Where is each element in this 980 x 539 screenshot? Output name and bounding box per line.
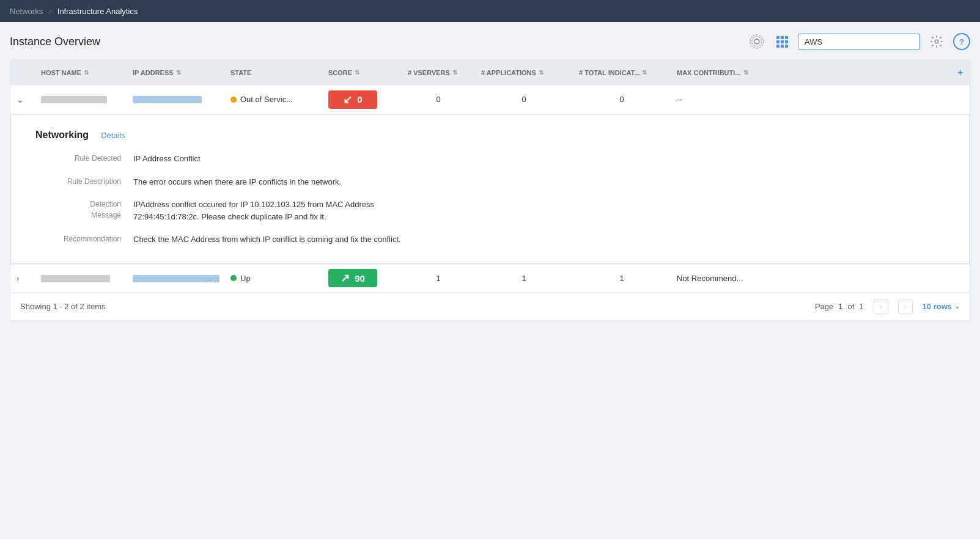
sort-apps-icon[interactable]: ⇅ [539,69,543,76]
pagination-total-pages: 1 [859,302,863,311]
table-row: ⌄ ██████████ ████ ██████ Out of Servic..… [10,85,970,114]
table-header: HOST NAME ⇅ IP ADDRESS ⇅ STATE SCORE ⇅ #… [10,61,970,85]
pagination-page-label: Page [815,302,833,311]
row2-max-contrib: Not Recommend... [671,274,970,283]
page-container: Instance Overview [0,22,980,539]
row1-expand-btn[interactable]: ⌄ [10,95,35,105]
breadcrumb-current: Infrastructure Analytics [57,7,138,16]
settings-icon-button[interactable] [927,32,946,51]
th-add-column[interactable]: + [951,67,970,78]
sort-hostname-icon[interactable]: ⇅ [84,69,89,76]
row1-max-contrib: -- [671,95,970,104]
field-label-detection-message: Detection Message [35,199,133,222]
field-value-detection-message: IPAddress conflict occured for IP 10.102… [133,199,439,222]
radial-icon-button[interactable] [747,32,767,51]
pagination-showing: Showing 1 - 2 of 2 items [20,302,105,311]
pagination-page-number: 1 [838,302,842,311]
field-detection-message: Detection Message IPAddress conflict occ… [35,199,945,222]
row2-expand-btn[interactable]: › [10,273,35,283]
pagination-next-btn[interactable]: › [898,299,913,314]
th-ip: IP ADDRESS ⇅ [127,69,224,76]
breadcrumb-networks[interactable]: Networks [10,7,43,16]
pagination-of-label: of [848,302,855,311]
sort-score-icon[interactable]: ⇅ [355,69,359,76]
topbar: Networks > Infrastructure Analytics [0,0,980,22]
row1-ip[interactable]: ████ ██████ [127,95,224,104]
panel-fields: Rule Detected IP Address Conflict Rule D… [35,153,945,246]
th-vservers: # VSERVERS ⇅ [402,69,475,76]
rows-per-page-chevron: ⌄ [954,302,960,310]
field-label-rule-detected: Rule Detected [35,153,133,165]
th-state: STATE [224,69,322,76]
row2-ip[interactable]: ██████ ███████ [127,274,224,283]
pagination-bar: Showing 1 - 2 of 2 items Page 1 of 1 ‹ ›… [10,293,970,320]
grid-icon [776,36,788,48]
svg-point-0 [754,39,759,44]
row2-hostname: ████ ██████ [35,274,127,283]
field-label-recommendation: Recommondation [35,233,133,246]
th-apps: # APPLICATIONS ⇅ [475,69,573,76]
svg-point-1 [752,37,762,46]
pagination-controls: Page 1 of 1 [815,302,864,311]
score-badge-green: ↗ 90 [328,269,377,287]
panel-section-title: Networking [35,130,89,141]
field-recommendation: Recommondation Check the MAC Address fro… [35,233,945,246]
field-label-rule-description: Rule Description [35,176,133,188]
row1-total-ind: 0 [573,95,671,104]
th-score: SCORE ⇅ [322,69,402,76]
th-total-ind: # TOTAL INDICAT... ⇅ [573,69,671,76]
score-up-icon: ↗ [341,271,350,285]
expanded-panel: Networking Details Rule Detected IP Addr… [10,114,970,263]
score-badge-red: ↙ 0 [328,90,377,109]
question-mark: ? [959,37,964,46]
sort-vservers-icon[interactable]: ⇅ [452,69,457,76]
field-value-recommendation: Check the MAC Address from which IP conf… [133,233,401,246]
radial-icon [750,34,764,49]
settings-icon [930,35,943,48]
row2-apps: 1 [475,274,573,283]
panel-details-link[interactable]: Details [101,131,125,140]
page-title: Instance Overview [10,35,100,48]
row1-hostname: ██████████ [35,95,127,104]
page-header: Instance Overview [10,32,970,51]
breadcrumb-separator: > [48,7,53,16]
svg-point-3 [935,40,938,43]
grid-icon-button[interactable] [774,34,790,50]
table-row: › ████ ██████ ██████ ███████ Up ↗ 90 [10,263,970,293]
rows-per-page-select[interactable]: 10 rows ⌄ [923,302,960,311]
th-hostname: HOST NAME ⇅ [35,69,127,76]
field-rule-detected: Rule Detected IP Address Conflict [35,153,945,165]
pagination-prev-btn[interactable]: ‹ [874,299,888,314]
row2-state: Up [224,274,322,283]
score-down-icon: ↙ [343,93,352,106]
th-max-contrib: MAX CONTRIBUTI... ⇅ [671,69,951,76]
row2-vservers: 1 [402,274,475,283]
sort-max-contrib-icon[interactable]: ⇅ [743,69,748,76]
sort-total-ind-icon[interactable]: ⇅ [642,69,647,76]
row2-total-ind: 1 [573,274,671,283]
field-value-rule-detected: IP Address Conflict [133,153,201,165]
search-input[interactable] [798,34,920,50]
panel-header: Networking Details [35,130,945,141]
row2-score: ↗ 90 [322,269,402,287]
row1-score: ↙ 0 [322,90,402,109]
main-table: HOST NAME ⇅ IP ADDRESS ⇅ STATE SCORE ⇅ #… [10,60,970,321]
header-controls: ? [747,32,970,51]
rows-per-page-label: 10 rows [923,302,952,311]
sort-ip-icon[interactable]: ⇅ [176,69,181,76]
row1-vservers: 0 [402,95,475,104]
state-dot-orange [230,97,237,103]
row1-apps: 0 [475,95,573,104]
field-value-rule-description: The error occurs when there are IP confl… [133,176,341,188]
field-rule-description: Rule Description The error occurs when t… [35,176,945,188]
state-dot-green [230,275,237,281]
row1-state: Out of Servic... [224,95,322,104]
help-icon-button[interactable]: ? [953,33,970,50]
